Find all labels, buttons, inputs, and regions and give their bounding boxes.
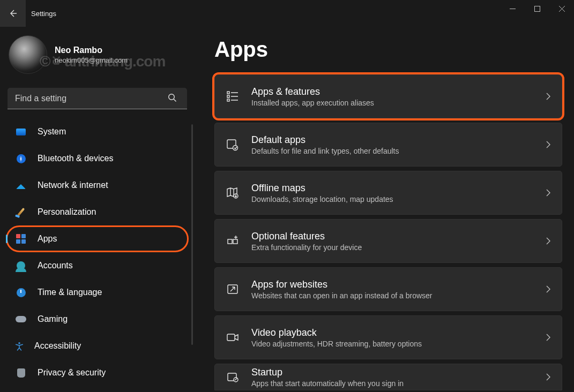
svg-rect-12 [227,334,235,341]
card-startup[interactable]: Startup Apps that start automatically wh… [214,364,562,390]
profile-block[interactable]: Neo Rambo neokim005@gmail.com ©ఠantriman… [8,34,198,81]
card-title: Offline maps [251,183,534,194]
maximize-icon [534,6,540,12]
sidebar-item-accounts[interactable]: Accounts [8,254,190,277]
svg-rect-4 [227,95,229,97]
wifi-icon [15,179,27,191]
sidebar-scrollbar[interactable] [191,124,193,345]
sidebar-item-gaming[interactable]: Gaming [8,307,190,331]
sidebar-item-label: Gaming [38,314,68,324]
back-button[interactable] [0,0,26,27]
avatar [9,35,47,74]
svg-rect-5 [227,99,229,101]
card-title: Startup [251,367,534,378]
default-apps-icon [226,138,240,152]
sidebar-item-label: Privacy & security [38,368,106,378]
card-subtitle: Websites that can open in an app instead… [251,291,534,300]
paintbrush-icon [15,206,27,218]
chevron-right-icon [546,334,551,341]
card-subtitle: Video adjustments, HDR streaming, batter… [251,340,534,348]
card-apps-features[interactable]: Apps & features Installed apps, app exec… [214,74,562,118]
svg-point-1 [169,94,175,100]
chevron-right-icon [546,189,551,197]
search-wrap [8,88,192,109]
svg-rect-3 [227,92,229,94]
minimize-icon [510,6,516,12]
chevron-right-icon [546,93,551,100]
profile-email: neokim005@gmail.com [55,56,128,64]
features-icon [226,234,240,248]
sidebar-item-label: System [38,127,66,137]
svg-rect-0 [534,6,540,11]
maximize-button[interactable] [525,0,549,17]
sidebar-item-apps[interactable]: Apps [8,227,187,251]
sidebar-item-label: Apps [38,234,57,244]
search-icon [168,93,177,102]
arrow-left-icon [9,9,17,18]
card-apps-for-websites[interactable]: Apps for websites Websites that can open… [214,267,562,311]
accessibility-icon [15,342,24,350]
card-offline-maps[interactable]: Offline maps Downloads, storage location… [214,171,562,215]
apps-icon [15,233,27,245]
sidebar-item-system[interactable]: System [8,120,190,144]
sidebar-item-accessibility[interactable]: Accessibility [8,334,190,358]
window-controls [500,0,574,17]
sidebar-item-label: Accounts [38,261,73,270]
card-subtitle: Defaults for file and link types, other … [251,147,534,155]
profile-name: Neo Rambo [55,46,128,55]
minimize-button[interactable] [500,0,525,17]
list-icon [226,89,240,103]
sidebar: Neo Rambo neokim005@gmail.com ©ఠantriman… [0,27,198,392]
websites-icon [226,282,240,296]
card-subtitle: Extra functionality for your device [251,243,534,252]
gamepad-icon [15,313,27,325]
svg-point-2 [18,342,20,344]
window-title: Settings [31,10,56,18]
sidebar-item-time[interactable]: Time & language [8,281,190,304]
main-content: Apps Apps & features Installed apps, app… [198,27,574,392]
chevron-right-icon [546,373,551,381]
svg-rect-10 [233,239,237,244]
sidebar-item-label: Bluetooth & devices [38,154,113,163]
sidebar-item-label: Time & language [38,288,102,297]
sidebar-item-bluetooth[interactable]: ᚼ Bluetooth & devices [8,147,190,170]
map-icon [226,186,240,200]
sidebar-item-label: Accessibility [34,341,81,351]
chevron-right-icon [546,237,551,245]
sidebar-item-personalization[interactable]: Personalization [8,200,190,224]
display-icon [15,126,27,138]
svg-rect-9 [228,239,232,244]
card-subtitle: Downloads, storage location, map updates [251,195,534,203]
search-input[interactable] [8,88,187,109]
video-icon [226,330,240,344]
titlebar: Settings [0,0,574,27]
card-title: Apps & features [251,86,534,97]
card-video-playback[interactable]: Video playback Video adjustments, HDR st… [214,315,562,359]
card-title: Video playback [251,327,534,338]
card-subtitle: Apps that start automatically when you s… [251,379,534,388]
shield-icon [15,367,27,379]
startup-icon [226,370,240,384]
bluetooth-icon: ᚼ [15,153,27,164]
chevron-right-icon [546,141,551,148]
card-optional-features[interactable]: Optional features Extra functionality fo… [214,219,562,263]
card-subtitle: Installed apps, app execution aliases [251,99,534,107]
person-icon [15,260,27,272]
card-title: Default apps [251,134,534,146]
chevron-right-icon [546,285,551,293]
sidebar-item-network[interactable]: Network & internet [8,174,190,197]
sidebar-item-label: Network & internet [38,180,108,190]
sidebar-item-privacy[interactable]: Privacy & security [8,361,190,385]
card-default-apps[interactable]: Default apps Defaults for file and link … [214,123,562,167]
page-title: Apps [214,37,562,62]
close-button[interactable] [549,0,574,17]
card-title: Apps for websites [251,279,534,290]
clock-icon [15,287,27,298]
sidebar-item-label: Personalization [38,207,96,217]
card-title: Optional features [251,231,534,242]
nav-list: System ᚼ Bluetooth & devices Network & i… [8,120,198,385]
svg-point-7 [233,146,238,150]
close-icon [559,6,565,12]
